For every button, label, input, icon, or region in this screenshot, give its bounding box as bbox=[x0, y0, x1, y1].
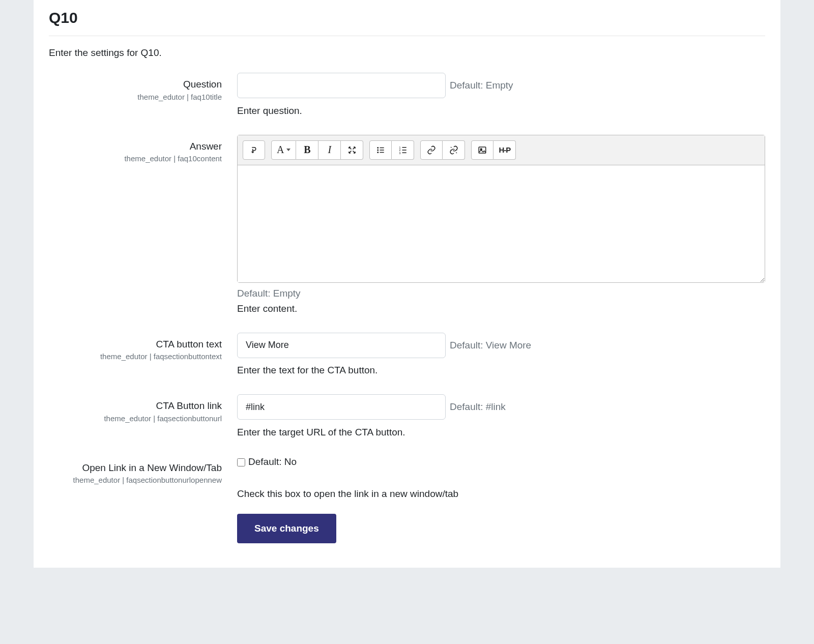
section-intro: Enter the settings for Q10. bbox=[49, 47, 765, 58]
svg-point-2 bbox=[377, 152, 379, 153]
svg-rect-11 bbox=[402, 152, 406, 153]
row-question: Question theme_edutor | faq10title Defau… bbox=[49, 73, 765, 101]
svg-rect-5 bbox=[380, 152, 384, 153]
paragraph-style-dropdown[interactable]: A bbox=[271, 140, 296, 160]
svg-rect-3 bbox=[380, 147, 384, 148]
italic-icon[interactable]: I bbox=[318, 140, 341, 160]
svg-rect-12 bbox=[479, 147, 486, 153]
unlink-icon[interactable] bbox=[443, 140, 465, 160]
save-button[interactable]: Save changes bbox=[237, 514, 336, 543]
question-label: Question bbox=[49, 78, 222, 92]
row-cta-text: CTA button text theme_edutor | faqsectio… bbox=[49, 333, 765, 361]
cta-text-input[interactable] bbox=[237, 333, 446, 358]
cta-text-help: Enter the text for the CTA button. bbox=[237, 365, 377, 376]
answer-editor: A B I 123 bbox=[237, 135, 765, 283]
question-sublabel: theme_edutor | faq10title bbox=[49, 93, 222, 101]
row-open-new: Open Link in a New Window/Tab theme_edut… bbox=[49, 456, 765, 485]
numbered-list-icon[interactable]: 123 bbox=[392, 140, 414, 160]
open-new-help: Check this box to open the link in a new… bbox=[237, 488, 458, 500]
svg-point-0 bbox=[377, 147, 379, 149]
cta-link-label: CTA Button link bbox=[49, 399, 222, 413]
question-default: Default: Empty bbox=[450, 80, 513, 91]
cta-text-label: CTA button text bbox=[49, 338, 222, 352]
svg-point-1 bbox=[377, 149, 379, 151]
open-new-sublabel: theme_edutor | faqsectionbuttonurlopenne… bbox=[49, 476, 222, 484]
answer-default: Default: Empty bbox=[237, 288, 765, 299]
question-input[interactable] bbox=[237, 73, 446, 98]
cta-link-help: Enter the target URL of the CTA button. bbox=[237, 427, 405, 438]
bullet-list-icon[interactable] bbox=[369, 140, 392, 160]
open-new-label: Open Link in a New Window/Tab bbox=[49, 461, 222, 475]
svg-rect-10 bbox=[402, 150, 406, 151]
cta-link-input[interactable] bbox=[237, 394, 446, 420]
section-title: Q10 bbox=[49, 0, 765, 36]
cta-text-default: Default: View More bbox=[450, 340, 531, 351]
svg-text:3: 3 bbox=[399, 151, 400, 154]
answer-editor-body[interactable] bbox=[238, 165, 765, 282]
link-icon[interactable] bbox=[420, 140, 443, 160]
question-help: Enter question. bbox=[237, 105, 302, 116]
answer-help: Enter content. bbox=[237, 303, 297, 314]
row-answer: Answer theme_edutor | faq10content A B bbox=[49, 135, 765, 299]
open-new-default: Default: No bbox=[248, 456, 297, 467]
cta-text-sublabel: theme_edutor | faqsectionbuttontext bbox=[49, 352, 222, 361]
open-new-checkbox[interactable] bbox=[237, 458, 245, 466]
cta-link-default: Default: #link bbox=[450, 401, 506, 413]
svg-rect-4 bbox=[380, 150, 384, 151]
image-icon[interactable] bbox=[471, 140, 493, 160]
answer-label: Answer bbox=[49, 140, 222, 154]
h5p-icon[interactable]: H-P bbox=[493, 140, 516, 160]
row-cta-link: CTA Button link theme_edutor | faqsectio… bbox=[49, 394, 765, 423]
cta-link-sublabel: theme_edutor | faqsectionbuttonurl bbox=[49, 414, 222, 423]
settings-card: Q10 Enter the settings for Q10. Question… bbox=[34, 0, 780, 568]
fullscreen-icon[interactable] bbox=[341, 140, 363, 160]
answer-sublabel: theme_edutor | faq10content bbox=[49, 154, 222, 163]
svg-rect-9 bbox=[402, 147, 406, 148]
bold-icon[interactable]: B bbox=[296, 140, 318, 160]
editor-toolbar: A B I 123 bbox=[238, 135, 765, 165]
toolbar-toggle-icon[interactable] bbox=[243, 140, 265, 160]
